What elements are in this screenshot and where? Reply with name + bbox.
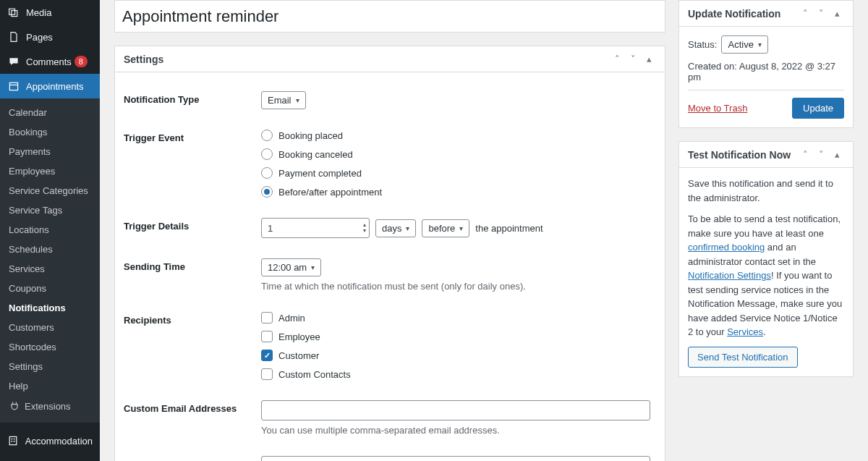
postbox-toggle-icon[interactable]: ▴ [642, 52, 656, 67]
radio-before-after-appointment[interactable]: Before/after appointment [261, 186, 656, 198]
radio-label: Booking placed [278, 130, 343, 141]
sidebar-item-label: Accommodation [25, 436, 93, 447]
services-link[interactable]: Services [727, 326, 763, 337]
title-input[interactable] [122, 4, 658, 29]
submenu-item-services[interactable]: Services [0, 259, 100, 279]
subject-input[interactable] [261, 456, 650, 461]
submenu-item-extensions[interactable]: Extensions [0, 396, 100, 418]
svg-rect-0 [9, 9, 15, 14]
sidebar-item-label: Pages [26, 32, 53, 43]
move-to-trash-link[interactable]: Move to Trash [688, 103, 747, 114]
sidebar-item-label: Comments [26, 56, 72, 67]
checkbox-employee[interactable]: Employee [261, 331, 656, 342]
custom-email-input[interactable] [261, 400, 650, 420]
sidebar-item-label: Media [26, 7, 51, 18]
submenu-item-help[interactable]: Help [0, 376, 100, 396]
postbox-toggle-icon[interactable]: ▴ [830, 7, 844, 21]
submenu-item-service-categories[interactable]: Service Categories [0, 181, 100, 200]
submenu-item-employees[interactable]: Employees [0, 161, 100, 181]
sidebar-item-bookings[interactable]: Bookings [0, 453, 100, 461]
svg-rect-6 [14, 439, 15, 440]
postbox-toggle-icon[interactable]: ▴ [830, 148, 844, 162]
postbox-up-icon[interactable]: ˄ [798, 148, 812, 162]
checkbox-label: Admin [278, 313, 305, 323]
checkbox-icon [261, 312, 273, 323]
submenu-item-locations[interactable]: Locations [0, 220, 100, 240]
submenu-item-payments[interactable]: Payments [0, 142, 100, 161]
radio-label: Before/after appointment [278, 187, 382, 198]
radio-label: Booking canceled [278, 149, 353, 160]
submenu-item-shortcodes[interactable]: Shortcodes [0, 337, 100, 357]
trigger-unit-select[interactable]: days ▾ [375, 219, 416, 237]
submenu-item-schedules[interactable]: Schedules [0, 240, 100, 259]
checkbox-custom-contacts[interactable]: Custom Contacts [261, 368, 656, 380]
media-icon [7, 6, 20, 19]
trigger-when-select[interactable]: before ▾ [422, 219, 469, 237]
submenu-item-settings[interactable]: Settings [0, 357, 100, 376]
sending-time-desc: Time at which the notification must be s… [261, 281, 656, 292]
radio-icon [261, 167, 273, 179]
svg-rect-2 [9, 83, 17, 90]
trigger-suffix-text: the appointment [475, 223, 542, 234]
chevron-down-icon: ▾ [311, 263, 315, 271]
custom-email-desc: You can use multiple comma-separated ema… [261, 425, 656, 436]
label-custom-email: Custom Email Addresses [124, 400, 261, 414]
submenu-item-coupons[interactable]: Coupons [0, 279, 100, 298]
radio-booking-placed[interactable]: Booking placed [261, 130, 656, 141]
badge: 8 [75, 56, 88, 67]
notification-settings-link[interactable]: Notification Settings [688, 270, 771, 281]
submenu-item-bookings[interactable]: Bookings [0, 122, 100, 142]
notification-type-select[interactable]: Email ▾ [261, 91, 306, 109]
postbox-up-icon[interactable]: ˄ [610, 52, 624, 67]
postbox-down-icon[interactable]: ˅ [814, 148, 828, 162]
sidebar-item-accommodation[interactable]: Accommodation [0, 428, 100, 453]
postbox-down-icon[interactable]: ˅ [814, 7, 828, 21]
status-select[interactable]: Active ▾ [721, 35, 767, 54]
status-label: Status: [688, 39, 717, 50]
test-para-2: To be able to send a test notification, … [688, 212, 844, 339]
svg-rect-1 [12, 11, 17, 17]
submenu-item-service-tags[interactable]: Service Tags [0, 200, 100, 220]
postbox-up-icon[interactable]: ˄ [798, 7, 812, 21]
radio-icon [261, 186, 273, 198]
svg-rect-8 [14, 441, 15, 442]
sidebar-item-appointments[interactable]: Appointments [0, 74, 100, 98]
test-postbox: Test Notification Now ˄ ˅ ▴ Save this no… [678, 141, 854, 377]
trigger-number-input[interactable]: 1 ▴▾ [261, 218, 370, 238]
submenu-item-calendar[interactable]: Calendar [0, 103, 100, 122]
label-notification-type: Notification Type [124, 91, 261, 105]
radio-payment-completed[interactable]: Payment completed [261, 167, 656, 179]
sidebar-item-pages[interactable]: Pages [0, 25, 100, 49]
page-icon [7, 30, 20, 43]
chevron-down-icon: ▾ [406, 224, 409, 232]
checkbox-label: Customer [278, 350, 319, 361]
checkbox-label: Custom Contacts [278, 369, 351, 380]
sending-time-select[interactable]: 12:00 am ▾ [261, 258, 321, 276]
settings-heading: Settings [124, 54, 163, 65]
chevron-down-icon: ▾ [459, 224, 463, 232]
checkbox-label: Employee [278, 331, 320, 342]
sidebar-item-comments[interactable]: Comments8 [0, 49, 100, 74]
checkbox-admin[interactable]: Admin [261, 312, 656, 323]
checkbox-icon [261, 368, 273, 380]
appointments-submenu: CalendarBookingsPaymentsEmployeesService… [0, 98, 100, 423]
comment-icon [7, 55, 20, 68]
update-postbox: Update Notification ˄ ˅ ▴ Status: Active… [678, 0, 854, 128]
postbox-down-icon[interactable]: ˅ [626, 52, 640, 67]
confirmed-booking-link[interactable]: confirmed booking [688, 242, 765, 253]
checkbox-customer[interactable]: Customer [261, 350, 656, 361]
send-test-button[interactable]: Send Test Notification [688, 347, 798, 368]
side-column: Update Notification ˄ ˅ ▴ Status: Active… [678, 0, 854, 390]
label-trigger-details: Trigger Details [124, 218, 261, 232]
radio-icon [261, 148, 273, 160]
radio-booking-canceled[interactable]: Booking canceled [261, 148, 656, 160]
chevron-down-icon: ▾ [296, 96, 299, 104]
submenu-item-customers[interactable]: Customers [0, 318, 100, 337]
content-area: Settings ˄ ˅ ▴ Notification Type Email ▾ [114, 0, 665, 461]
svg-rect-4 [10, 436, 17, 444]
submenu-item-notifications[interactable]: Notifications [0, 298, 100, 318]
radio-icon [261, 130, 273, 141]
sidebar-item-media[interactable]: Media [0, 0, 100, 25]
update-button[interactable]: Update [792, 98, 844, 119]
spinner-icon[interactable]: ▴▾ [363, 222, 366, 234]
